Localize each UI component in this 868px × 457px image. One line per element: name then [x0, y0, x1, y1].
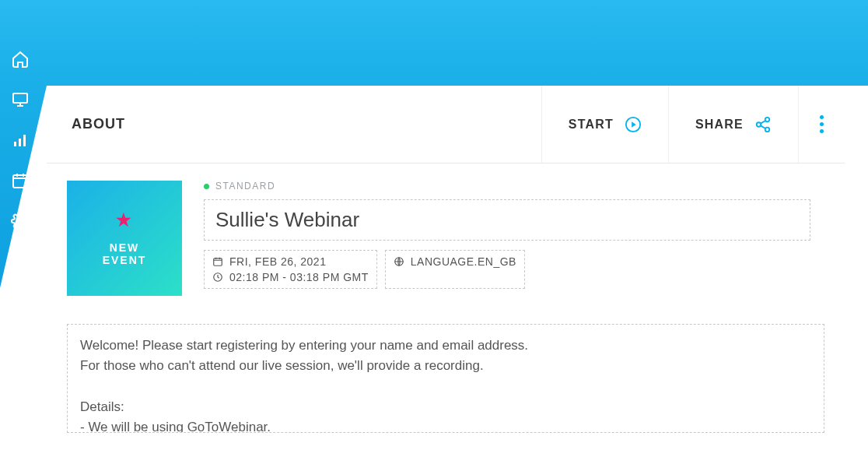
- status-dot: [204, 184, 209, 189]
- start-button[interactable]: START: [541, 86, 668, 163]
- tile-line1: NEW: [110, 241, 140, 254]
- event-title-input[interactable]: Sullie's Webinar: [204, 199, 810, 241]
- calendar-icon[interactable]: [11, 171, 30, 190]
- event-type: STANDARD: [204, 181, 824, 192]
- tile-line2: EVENT: [103, 254, 147, 266]
- event-date: FRI, FEB 26, 2021: [229, 255, 326, 268]
- globe-icon: [394, 256, 404, 267]
- svg-point-13: [765, 117, 770, 121]
- star-icon: ★: [116, 210, 133, 230]
- more-button[interactable]: [798, 86, 845, 163]
- home-icon[interactable]: [11, 50, 30, 69]
- event-card: ABOUT START SHARE ★ NEW EVENT: [47, 86, 845, 457]
- sidebar: [0, 31, 40, 230]
- svg-point-10: [18, 219, 23, 223]
- gear-icon[interactable]: [11, 212, 30, 230]
- svg-point-14: [757, 122, 761, 127]
- event-thumbnail[interactable]: ★ NEW EVENT: [67, 181, 182, 296]
- share-button[interactable]: SHARE: [668, 86, 798, 163]
- svg-rect-9: [13, 175, 27, 188]
- svg-rect-8: [23, 135, 26, 146]
- event-time: 02:18 PM - 03:18 PM GMT: [229, 271, 369, 283]
- language-chip[interactable]: LANGUAGE.EN_GB: [385, 250, 525, 289]
- svg-rect-16: [214, 258, 222, 265]
- clock-icon: [212, 272, 223, 283]
- svg-rect-6: [14, 142, 16, 146]
- event-type-label: STANDARD: [215, 181, 275, 192]
- schedule-chip[interactable]: FRI, FEB 26, 2021 02:18 PM - 03:18 PM GM…: [204, 250, 377, 289]
- share-label: SHARE: [695, 118, 744, 132]
- description-input[interactable]: Welcome! Please start registering by ent…: [67, 324, 824, 433]
- play-icon: [625, 116, 642, 133]
- start-label: START: [569, 118, 614, 132]
- svg-point-15: [765, 127, 770, 132]
- stats-icon[interactable]: [11, 131, 30, 149]
- svg-rect-5: [13, 93, 27, 103]
- monitor-icon[interactable]: [11, 90, 30, 109]
- svg-rect-7: [19, 139, 21, 146]
- event-language: LANGUAGE.EN_GB: [411, 255, 516, 268]
- tab-about[interactable]: ABOUT: [47, 116, 541, 132]
- date-icon: [212, 256, 223, 267]
- share-icon: [754, 116, 772, 133]
